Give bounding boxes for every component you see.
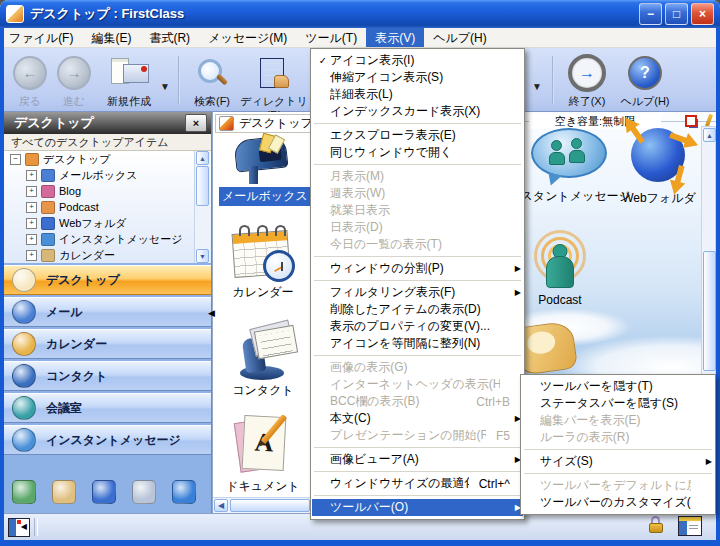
- menu-item[interactable]: ツールバーをデフォルトに戻す(T): [522, 477, 714, 494]
- menu-item[interactable]: 本文(C) ▶: [312, 410, 523, 427]
- shortcut-icon[interactable]: [132, 480, 156, 504]
- scroll-down-icon[interactable]: ▼: [196, 249, 209, 263]
- scroll-up-icon[interactable]: ▲: [703, 128, 716, 142]
- menu-item[interactable]: ルーラの表示(R): [522, 429, 714, 446]
- search-button[interactable]: 検索(F): [186, 55, 238, 109]
- desktop-item-label[interactable]: カレンダー: [229, 283, 296, 302]
- tree-item[interactable]: + カレンダー: [4, 247, 211, 263]
- sidebar-nav-item[interactable]: カレンダー: [4, 329, 211, 359]
- sidebar-nav-item[interactable]: メール: [4, 297, 211, 327]
- sidebar-nav-item[interactable]: コンタクト: [4, 361, 211, 391]
- desktop-item-label[interactable]: Podcast: [535, 292, 584, 308]
- desktop-item-podcast[interactable]: Podcast: [525, 230, 595, 308]
- panel-header[interactable]: デスクトップ ×: [4, 112, 211, 134]
- shortcut-icon[interactable]: [52, 480, 76, 504]
- menu-item[interactable]: 月表示(M): [312, 168, 523, 185]
- tree-expander[interactable]: +: [26, 202, 37, 213]
- tree-expander[interactable]: +: [26, 170, 37, 181]
- desktop-item-label[interactable]: ドキュメント: [223, 477, 303, 496]
- desktop-item-webfolder[interactable]: Webフォルダ: [609, 122, 709, 208]
- sidebar-nav-item[interactable]: 会議室: [4, 393, 211, 423]
- desktop-item-label[interactable]: Webフォルダ: [619, 189, 699, 208]
- tree-expander[interactable]: +: [26, 218, 37, 229]
- menubar-item[interactable]: ツール(T): [296, 28, 366, 47]
- desktop-item-im[interactable]: インスタントメッセージ: [521, 126, 617, 206]
- menu-item[interactable]: 日表示(D): [312, 219, 523, 236]
- panel-collapse-icon[interactable]: ◀: [208, 308, 215, 318]
- tree-expander[interactable]: +: [26, 234, 37, 245]
- menu-item[interactable]: サイズ(S) ▶: [522, 453, 714, 470]
- menu-item[interactable]: 画像の表示(G): [312, 359, 523, 376]
- scroll-icon[interactable]: [521, 320, 578, 376]
- desktop-item-label[interactable]: メールボックス: [219, 187, 311, 206]
- desktop-item-mailbox[interactable]: メールボックス: [219, 128, 307, 206]
- menu-item[interactable]: アイコンを等間隔に整列(N): [312, 335, 523, 352]
- sidebar-nav-item[interactable]: デスクトップ: [4, 265, 211, 295]
- menu-item[interactable]: 伸縮アイコン表示(S): [312, 69, 523, 86]
- menubar-item[interactable]: 書式(R): [140, 28, 199, 47]
- menubar-item[interactable]: 表示(V): [366, 28, 424, 47]
- vertical-scroll-thumb[interactable]: [703, 251, 716, 371]
- menu-item[interactable]: プレゼンテーションの開始(R) F5: [312, 427, 523, 444]
- tree-item[interactable]: + メールボックス: [4, 167, 211, 183]
- menu-item[interactable]: BCC欄の表示(B) Ctrl+B: [312, 393, 523, 410]
- menu-item[interactable]: 表示のプロパティの変更(V)...: [312, 318, 523, 335]
- tree-expander[interactable]: +: [26, 186, 37, 197]
- tree-scrollbar[interactable]: ▲ ▼: [194, 151, 210, 263]
- menu-item[interactable]: 就業日表示: [312, 202, 523, 219]
- scroll-left-icon[interactable]: ◀: [214, 499, 228, 512]
- desktop-item-calendar[interactable]: カレンダー: [219, 224, 307, 302]
- tree-expander[interactable]: +: [26, 250, 37, 261]
- desktop-item-label[interactable]: コンタクト: [229, 381, 296, 400]
- tree-item[interactable]: + Webフォルダ: [4, 215, 211, 231]
- new-button[interactable]: 新規作成: [100, 55, 158, 109]
- desktop-item-contact[interactable]: コンタクト: [219, 318, 307, 400]
- menu-item[interactable]: ✓ アイコン表示(I): [312, 52, 523, 69]
- tree-item[interactable]: − デスクトップ: [4, 151, 211, 167]
- tree-scroll-thumb[interactable]: [196, 166, 209, 206]
- horizontal-scroll-thumb[interactable]: [230, 499, 310, 512]
- menubar-item[interactable]: メッセージ(M): [199, 28, 296, 47]
- menu-item[interactable]: インデックスカード表示(X): [312, 103, 523, 120]
- panel-toggle-icon[interactable]: ◀: [8, 518, 30, 537]
- scroll-up-icon[interactable]: ▲: [196, 151, 209, 165]
- toolbar-dropdown-icon[interactable]: ▼: [532, 81, 542, 92]
- minimize-button[interactable]: −: [639, 3, 662, 25]
- menu-item[interactable]: インターネットヘッダの表示(H): [312, 376, 523, 393]
- back-button[interactable]: ← 戻る: [8, 55, 52, 109]
- shortcut-icon[interactable]: [92, 480, 116, 504]
- menu-item[interactable]: ステータスバーを隠す(S): [522, 395, 714, 412]
- help-button[interactable]: ? ヘルプ(H): [618, 55, 672, 109]
- menu-item[interactable]: ツールバーを隠す(T): [522, 378, 714, 395]
- tree-item[interactable]: + インスタントメッセージ: [4, 231, 211, 247]
- maximize-button[interactable]: □: [665, 3, 688, 25]
- menubar-item[interactable]: ファイル(F): [0, 28, 82, 47]
- menu-item[interactable]: フィルタリング表示(F) ▶: [312, 284, 523, 301]
- exit-button[interactable]: → 終了(X): [562, 55, 612, 109]
- menu-item[interactable]: ツールバーのカスタマイズ(C)...: [522, 494, 714, 511]
- tree-item[interactable]: + Podcast: [4, 199, 211, 215]
- panel-close-button[interactable]: ×: [185, 114, 207, 132]
- tree-item[interactable]: + Blog: [4, 183, 211, 199]
- menu-item[interactable]: 今日の一覧の表示(T): [312, 236, 523, 253]
- menu-item[interactable]: 編集バーを表示(E): [522, 412, 714, 429]
- menu-item[interactable]: ツールバー(O) ▶: [312, 499, 523, 516]
- desktop-item-document[interactable]: A ドキュメント: [219, 412, 307, 496]
- menu-item[interactable]: ウィンドウサイズの最適化(Z) Ctrl+^: [312, 475, 523, 492]
- shortcut-icon[interactable]: [172, 480, 196, 504]
- menu-item[interactable]: 画像ビューア(A) ▶: [312, 451, 523, 468]
- tree-expander[interactable]: −: [10, 154, 21, 165]
- sidebar-nav-item[interactable]: インスタントメッセージ: [4, 425, 211, 455]
- menu-item[interactable]: ウィンドウの分割(P) ▶: [312, 260, 523, 277]
- menu-item[interactable]: 削除したアイテムの表示(D): [312, 301, 523, 318]
- menu-item[interactable]: 週表示(W): [312, 185, 523, 202]
- menu-item[interactable]: 同じウィンドウで開く: [312, 144, 523, 161]
- menu-item[interactable]: エクスプローラ表示(E): [312, 127, 523, 144]
- menu-item[interactable]: 詳細表示(L): [312, 86, 523, 103]
- menubar-item[interactable]: ヘルプ(H): [424, 28, 496, 47]
- forward-button[interactable]: → 進む: [52, 55, 96, 109]
- shortcut-icon[interactable]: [12, 480, 36, 504]
- layout-icon[interactable]: [678, 516, 702, 536]
- close-button[interactable]: ×: [691, 3, 714, 25]
- new-dropdown-icon[interactable]: ▼: [160, 81, 170, 92]
